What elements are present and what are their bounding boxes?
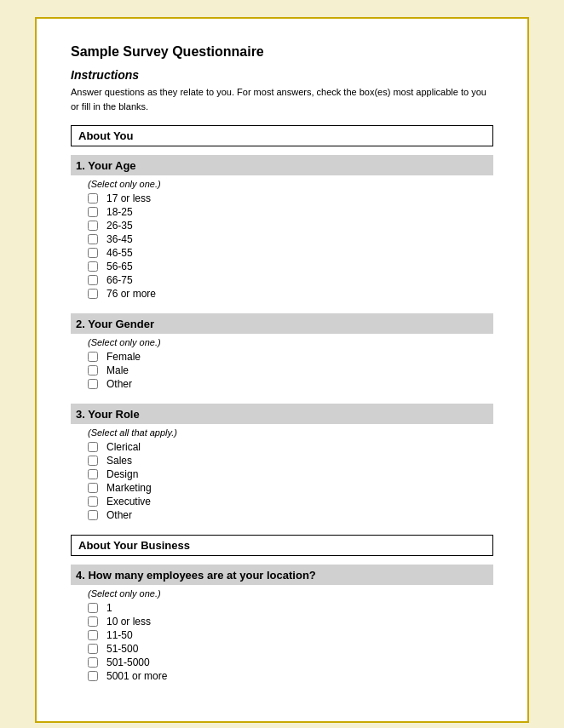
q2-checkbox-3[interactable] [88,379,98,389]
q3-checkbox-5[interactable] [88,496,98,507]
q4-checkbox-2[interactable] [88,616,98,627]
question-4-title: 4. How many employees are at your locati… [76,569,316,582]
page-title: Sample Survey Questionnaire [71,44,493,60]
q4-option-5: 501-5000 [88,656,493,668]
section-header-about-business: About Your Business [71,535,493,556]
q1-checkbox-5[interactable] [88,248,98,258]
q3-option-5: Executive [88,496,493,507]
q3-checkbox-2[interactable] [88,456,98,466]
q2-option-1: Female [88,351,493,363]
question-4-title-row: 4. How many employees are at your locati… [71,565,493,585]
question-3-block: 3. Your Role (Select all that apply.) Cl… [71,404,493,521]
q4-option-2: 10 or less [88,616,493,628]
q1-checkbox-1[interactable] [88,193,98,203]
q1-option-6: 56-65 [88,261,493,272]
question-1-title: 1. Your Age [76,159,136,172]
q2-checkbox-2[interactable] [88,365,98,375]
q1-checkbox-6[interactable] [88,261,98,272]
q3-checkbox-6[interactable] [88,510,98,520]
q1-option-4: 36-45 [88,233,493,245]
q4-option-6: 5001 or more [88,670,493,682]
question-4-select-instruction: (Select only one.) [88,588,493,599]
q1-option-5: 46-55 [88,247,493,259]
q3-option-6: Other [88,509,493,521]
instructions-heading: Instructions [71,68,493,82]
q4-option-4: 51-500 [88,643,493,655]
section-header-about-you: About You [71,125,493,146]
q1-option-7: 66-75 [88,274,493,286]
question-3-title: 3. Your Role [76,408,140,421]
q2-option-2: Male [88,364,493,376]
question-1-block: 1. Your Age (Select only one.) 17 or les… [71,155,493,300]
question-2-select-instruction: (Select only one.) [88,337,493,347]
question-1-title-row: 1. Your Age [71,155,493,175]
q3-option-3: Design [88,468,493,480]
q3-checkbox-3[interactable] [88,469,98,479]
q1-option-2: 18-25 [88,206,493,218]
page-container: Sample Survey Questionnaire Instructions… [35,17,529,723]
instructions-text: Answer questions as they relate to you. … [71,85,493,113]
q1-option-3: 26-35 [88,220,493,232]
q1-checkbox-4[interactable] [88,234,98,244]
q4-checkbox-4[interactable] [88,644,98,654]
q2-option-3: Other [88,378,493,390]
q3-checkbox-4[interactable] [88,483,98,493]
q3-option-4: Marketing [88,482,493,494]
q1-checkbox-8[interactable] [88,289,98,299]
q4-checkbox-5[interactable] [88,657,98,668]
q3-option-1: Clerical [88,441,493,453]
q1-checkbox-2[interactable] [88,207,98,217]
question-3-title-row: 3. Your Role [71,404,493,424]
q4-checkbox-1[interactable] [88,603,98,613]
q2-checkbox-1[interactable] [88,352,98,362]
question-2-block: 2. Your Gender (Select only one.) Female… [71,313,493,390]
q4-checkbox-3[interactable] [88,630,98,640]
question-2-title: 2. Your Gender [76,318,154,330]
question-2-title-row: 2. Your Gender [71,313,493,334]
q4-option-1: 1 [88,602,493,614]
question-3-select-instruction: (Select all that apply.) [88,427,493,438]
q3-option-2: Sales [88,455,493,467]
q1-checkbox-3[interactable] [88,221,98,231]
q3-checkbox-1[interactable] [88,442,98,452]
question-1-select-instruction: (Select only one.) [88,179,493,189]
q1-checkbox-7[interactable] [88,275,98,285]
q4-option-3: 11-50 [88,629,493,641]
q1-option-1: 17 or less [88,192,493,204]
question-4-block: 4. How many employees are at your locati… [71,565,493,682]
q4-checkbox-6[interactable] [88,671,98,681]
q1-option-8: 76 or more [88,288,493,300]
